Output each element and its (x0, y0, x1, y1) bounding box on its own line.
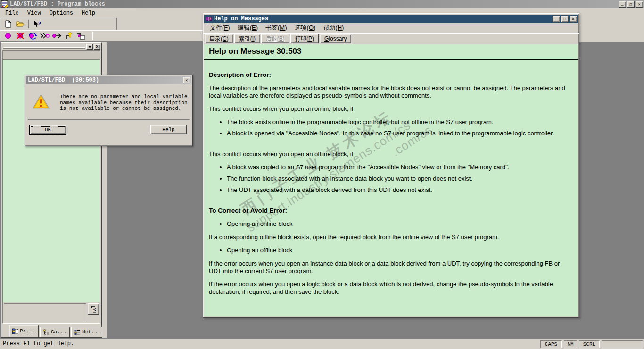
tab-call-structure[interactable]: Ca... (40, 327, 70, 337)
bullet-list-online: The block exists online in the programma… (209, 118, 571, 137)
open-folder-icon[interactable] (15, 19, 26, 29)
index-button[interactable]: 索引(I) (234, 34, 260, 43)
contents-button[interactable]: 目录(C) (205, 34, 233, 43)
jump-arrow-icon: < (90, 305, 97, 313)
menu-file[interactable]: File (1, 9, 23, 17)
bullet-item: Opening an offline block (227, 247, 571, 254)
jump-button[interactable]: < (88, 303, 99, 315)
paragraph: The description of the parameters and lo… (209, 84, 571, 100)
dialog-message: There are no parameter and local variabl… (60, 94, 188, 112)
svg-text:<: < (93, 307, 96, 312)
toolbar-separator (92, 32, 93, 40)
panel-tabs: Pr... Ca... (1, 324, 101, 337)
step-over-icon[interactable] (39, 31, 50, 41)
menu-view[interactable]: View (23, 9, 45, 17)
minimize-button[interactable]: _ (619, 1, 626, 8)
print-button[interactable]: 打印(P) (290, 34, 319, 43)
run-to-block-icon[interactable] (76, 31, 87, 41)
tab-label: Net... (82, 329, 101, 335)
continue-to-icon[interactable] (51, 31, 63, 41)
paragraph: If a corresponding offline block exists,… (209, 233, 571, 241)
help-menubar: 文件(F) 编辑(E) 书签(M) 选项(O) 帮助(H) (203, 23, 579, 33)
section-heading-description: Description of Error: (209, 71, 571, 79)
status-message: Press F1 to get Help. (1, 340, 538, 348)
tab-networks[interactable]: Net... (71, 327, 104, 337)
help-topic-title: Help on Message 30:503 (204, 44, 578, 60)
dialog-title: LAD/STL/FBD (30:503) (28, 77, 99, 83)
dialog-titlebar: LAD/STL/FBD (30:503) ✕ (26, 76, 191, 84)
bullet-list-correct-1: Opening an online block (209, 220, 571, 228)
help-minimize-button[interactable]: _ (553, 16, 560, 22)
dialog-buttons: OK Help (25, 120, 192, 134)
bullet-item: The block exists online in the programma… (227, 118, 571, 126)
section-heading-correct: To Correct or Avoid Error: (209, 207, 571, 215)
panel-dropdown-button[interactable] (86, 44, 93, 50)
main-titlebar: LAD/STL/FBD : Program blocks _ ❐ ✕ (0, 0, 644, 8)
bullet-item: A block was copied to an S7 user program… (227, 164, 571, 171)
panel-header (3, 51, 100, 60)
glossary-button[interactable]: Glossary (320, 34, 351, 43)
help-menu-edit[interactable]: 编辑(E) (234, 23, 262, 33)
help-menu-help[interactable]: 帮助(H) (319, 23, 347, 33)
main-window-title: LAD/STL/FBD : Program blocks (10, 1, 105, 8)
paragraph: This conflict occurs when you open an of… (209, 150, 571, 158)
dialog-help-button[interactable]: Help (150, 125, 187, 134)
ok-button[interactable]: OK (30, 125, 66, 134)
call-structure-icon (43, 329, 50, 335)
message-dialog: LAD/STL/FBD (30:503) ✕ There are no para… (25, 75, 193, 146)
delete-breakpoint-icon[interactable] (15, 31, 26, 41)
bullet-item: Opening an online block (227, 220, 571, 228)
bullet-item: The function block associated with an in… (227, 175, 571, 183)
help-topic-body: Description of Error: The description of… (204, 60, 578, 296)
status-bar: Press F1 to get Help. CAPS NM SCRL (0, 339, 644, 349)
panel-bottom-bar: < (3, 302, 100, 323)
status-extra-cell (602, 340, 643, 348)
menu-help[interactable]: Help (77, 9, 99, 17)
help-close-button[interactable]: ✕ (570, 16, 577, 22)
panel-close-button[interactable]: x (94, 44, 100, 50)
tab-label: Ca... (51, 329, 66, 335)
help-window-title: Help on Messages (214, 16, 268, 22)
tab-program-elements[interactable]: Pr... (9, 325, 39, 337)
paragraph: This conflict occurs when you open an on… (209, 105, 571, 113)
paragraph: If the error occurs when you open an ins… (209, 260, 571, 275)
step-out-icon[interactable] (64, 31, 75, 41)
breakpoints-active-icon[interactable] (27, 31, 38, 41)
help-maximize-button[interactable]: ❐ (561, 16, 569, 22)
close-button[interactable]: ✕ (636, 1, 643, 8)
bullet-item: The UDT associated with a data block der… (227, 186, 571, 194)
help-book-icon: ? (206, 16, 212, 22)
bullet-list-correct-2: Opening an offline block (209, 247, 571, 254)
help-content: 西门子工业 技术论坛 support.industry.siemens.com/… (204, 44, 578, 316)
networks-icon (74, 329, 81, 335)
num-indicator: NM (564, 340, 577, 348)
drag-handle[interactable] (3, 45, 85, 49)
menu-options[interactable]: Options (45, 9, 77, 17)
breakpoint-icon[interactable] (2, 31, 14, 41)
panel-input-box[interactable] (4, 303, 86, 321)
back-button: 后退(B) (261, 34, 289, 43)
panel-grip[interactable]: x (1, 43, 101, 50)
help-toolbar: 目录(C) 索引(I) 后退(B) 打印(P) Glossary (203, 33, 579, 44)
dialog-close-button[interactable]: ✕ (183, 77, 190, 83)
help-menu-file[interactable]: 文件(F) (206, 23, 234, 33)
help-menu-options[interactable]: 选项(O) (291, 23, 320, 33)
new-document-icon[interactable] (2, 19, 14, 29)
bullet-item: A block is opened via "Accessible Nodes"… (227, 130, 571, 137)
caps-indicator: CAPS (540, 340, 562, 348)
restore-button[interactable]: ❐ (627, 1, 635, 8)
program-elements-icon (12, 328, 18, 334)
app-icon (1, 0, 8, 8)
svg-text:?: ? (210, 17, 211, 20)
help-menu-bookmark[interactable]: 书签(M) (262, 23, 291, 33)
svg-text:?: ? (38, 20, 41, 27)
paragraph: If the error occurs when you open a logi… (209, 281, 571, 296)
help-window: ? Help on Messages _ ❐ ✕ 文件(F) 编辑(E) 书签(… (203, 13, 579, 318)
bullet-list-offline: A block was copied to an S7 user program… (209, 164, 571, 194)
warning-triangle-icon (33, 94, 50, 112)
help-titlebar: ? Help on Messages _ ❐ ✕ (204, 15, 578, 23)
context-help-icon[interactable]: ? (32, 19, 43, 29)
toolbar-separator (28, 20, 29, 28)
dialog-body: There are no parameter and local variabl… (25, 85, 192, 112)
scroll-indicator: SCRL (579, 340, 600, 348)
